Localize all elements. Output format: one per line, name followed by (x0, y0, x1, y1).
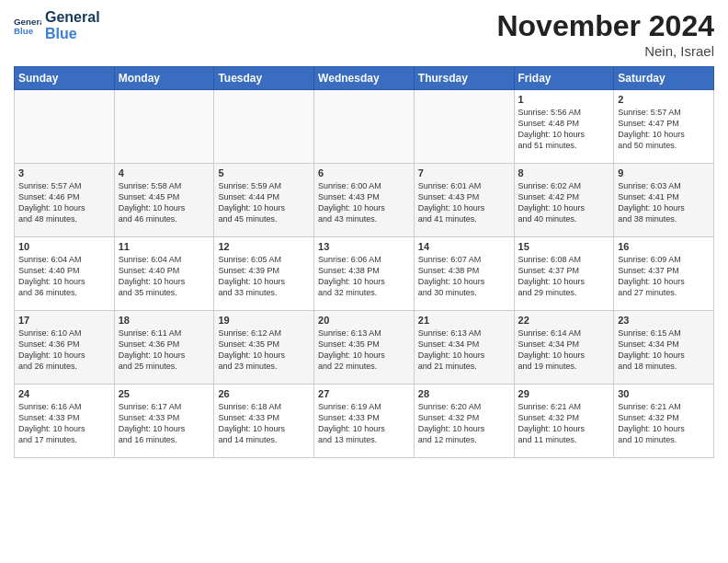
day-number: 16 (618, 241, 710, 252)
page-container: General Blue General Blue November 2024 … (0, 0, 728, 467)
day-info: Sunrise: 6:13 AM Sunset: 4:35 PM Dayligh… (318, 327, 410, 373)
calendar-cell: 18Sunrise: 6:11 AM Sunset: 4:36 PM Dayli… (114, 311, 214, 385)
location: Nein, Israel (496, 43, 714, 59)
calendar-cell: 5Sunrise: 5:59 AM Sunset: 4:44 PM Daylig… (214, 164, 314, 237)
logo-icon: General Blue (14, 12, 41, 40)
day-info: Sunrise: 5:57 AM Sunset: 4:46 PM Dayligh… (18, 180, 110, 225)
day-info: Sunrise: 6:03 AM Sunset: 4:41 PM Dayligh… (618, 180, 710, 225)
title-section: November 2024 Nein, Israel (496, 9, 714, 59)
calendar-cell: 22Sunrise: 6:14 AM Sunset: 4:34 PM Dayli… (514, 311, 614, 385)
calendar-cell: 3Sunrise: 5:57 AM Sunset: 4:46 PM Daylig… (15, 164, 115, 237)
day-info: Sunrise: 6:04 AM Sunset: 4:40 PM Dayligh… (119, 254, 210, 299)
day-number: 20 (318, 315, 410, 326)
day-number: 8 (518, 167, 610, 178)
calendar-cell: 7Sunrise: 6:01 AM Sunset: 4:43 PM Daylig… (414, 164, 514, 237)
day-number: 10 (18, 241, 110, 252)
col-thursday: Thursday (414, 67, 514, 90)
calendar-header: Sunday Monday Tuesday Wednesday Thursday… (15, 67, 714, 90)
calendar-cell: 9Sunrise: 6:03 AM Sunset: 4:41 PM Daylig… (614, 164, 714, 237)
calendar-week-row: 3Sunrise: 5:57 AM Sunset: 4:46 PM Daylig… (15, 164, 714, 237)
day-info: Sunrise: 6:02 AM Sunset: 4:42 PM Dayligh… (518, 180, 610, 225)
calendar-cell: 16Sunrise: 6:09 AM Sunset: 4:37 PM Dayli… (614, 237, 714, 311)
calendar-cell: 6Sunrise: 6:00 AM Sunset: 4:43 PM Daylig… (314, 164, 415, 237)
col-monday: Monday (114, 67, 214, 90)
day-info: Sunrise: 6:06 AM Sunset: 4:38 PM Dayligh… (318, 254, 410, 299)
day-info: Sunrise: 5:58 AM Sunset: 4:45 PM Dayligh… (119, 180, 210, 225)
calendar-cell: 24Sunrise: 6:16 AM Sunset: 4:33 PM Dayli… (15, 385, 115, 458)
logo-text-line1: General (45, 9, 100, 26)
calendar-cell: 14Sunrise: 6:07 AM Sunset: 4:38 PM Dayli… (414, 237, 514, 311)
calendar-cell: 10Sunrise: 6:04 AM Sunset: 4:40 PM Dayli… (15, 237, 115, 311)
svg-text:Blue: Blue (14, 26, 34, 36)
day-number: 13 (318, 241, 410, 252)
page-header: General Blue General Blue November 2024 … (14, 9, 714, 59)
calendar-table: Sunday Monday Tuesday Wednesday Thursday… (14, 66, 714, 458)
day-info: Sunrise: 6:15 AM Sunset: 4:34 PM Dayligh… (618, 327, 710, 373)
calendar-week-row: 10Sunrise: 6:04 AM Sunset: 4:40 PM Dayli… (15, 237, 714, 311)
day-info: Sunrise: 6:07 AM Sunset: 4:38 PM Dayligh… (418, 254, 510, 299)
calendar-cell: 27Sunrise: 6:19 AM Sunset: 4:33 PM Dayli… (314, 385, 415, 458)
day-number: 24 (18, 388, 110, 399)
day-number: 9 (618, 167, 710, 178)
calendar-cell: 12Sunrise: 6:05 AM Sunset: 4:39 PM Dayli… (214, 237, 314, 311)
calendar-cell: 1Sunrise: 5:56 AM Sunset: 4:48 PM Daylig… (514, 90, 614, 164)
month-title: November 2024 (496, 9, 714, 43)
calendar-cell: 11Sunrise: 6:04 AM Sunset: 4:40 PM Dayli… (114, 237, 214, 311)
day-info: Sunrise: 6:20 AM Sunset: 4:32 PM Dayligh… (418, 401, 510, 446)
day-info: Sunrise: 6:11 AM Sunset: 4:36 PM Dayligh… (119, 327, 210, 373)
calendar-cell (414, 90, 514, 164)
day-info: Sunrise: 6:10 AM Sunset: 4:36 PM Dayligh… (18, 327, 110, 373)
day-number: 4 (119, 167, 210, 178)
day-info: Sunrise: 6:18 AM Sunset: 4:33 PM Dayligh… (218, 401, 310, 446)
day-info: Sunrise: 6:04 AM Sunset: 4:40 PM Dayligh… (18, 254, 110, 299)
day-number: 7 (418, 167, 510, 178)
calendar-cell: 8Sunrise: 6:02 AM Sunset: 4:42 PM Daylig… (514, 164, 614, 237)
calendar-cell: 17Sunrise: 6:10 AM Sunset: 4:36 PM Dayli… (15, 311, 115, 385)
day-number: 12 (218, 241, 310, 252)
day-info: Sunrise: 6:21 AM Sunset: 4:32 PM Dayligh… (518, 401, 610, 446)
calendar-cell: 30Sunrise: 6:21 AM Sunset: 4:32 PM Dayli… (614, 385, 714, 458)
day-number: 21 (418, 315, 510, 326)
day-number: 30 (618, 388, 710, 399)
calendar-cell: 26Sunrise: 6:18 AM Sunset: 4:33 PM Dayli… (214, 385, 314, 458)
day-info: Sunrise: 6:19 AM Sunset: 4:33 PM Dayligh… (318, 401, 410, 446)
col-friday: Friday (514, 67, 614, 90)
calendar-body: 1Sunrise: 5:56 AM Sunset: 4:48 PM Daylig… (15, 90, 714, 458)
logo: General Blue General Blue (14, 9, 100, 41)
day-number: 26 (218, 388, 310, 399)
col-saturday: Saturday (614, 67, 714, 90)
calendar-cell: 2Sunrise: 5:57 AM Sunset: 4:47 PM Daylig… (614, 90, 714, 164)
day-info: Sunrise: 6:09 AM Sunset: 4:37 PM Dayligh… (618, 254, 710, 299)
day-number: 15 (518, 241, 610, 252)
day-info: Sunrise: 6:05 AM Sunset: 4:39 PM Dayligh… (218, 254, 310, 299)
day-number: 25 (119, 388, 210, 399)
day-number: 5 (218, 167, 310, 178)
col-wednesday: Wednesday (314, 67, 415, 90)
calendar-cell: 28Sunrise: 6:20 AM Sunset: 4:32 PM Dayli… (414, 385, 514, 458)
day-number: 18 (119, 315, 210, 326)
day-number: 28 (418, 388, 510, 399)
day-info: Sunrise: 5:56 AM Sunset: 4:48 PM Dayligh… (518, 107, 610, 152)
day-info: Sunrise: 6:13 AM Sunset: 4:34 PM Dayligh… (418, 327, 510, 373)
day-number: 11 (119, 241, 210, 252)
day-number: 29 (518, 388, 610, 399)
calendar-cell: 13Sunrise: 6:06 AM Sunset: 4:38 PM Dayli… (314, 237, 415, 311)
day-number: 14 (418, 241, 510, 252)
day-number: 1 (518, 94, 610, 105)
day-number: 23 (618, 315, 710, 326)
calendar-cell: 21Sunrise: 6:13 AM Sunset: 4:34 PM Dayli… (414, 311, 514, 385)
day-number: 17 (18, 315, 110, 326)
calendar-cell (15, 90, 115, 164)
day-info: Sunrise: 6:12 AM Sunset: 4:35 PM Dayligh… (218, 327, 310, 373)
calendar-cell: 19Sunrise: 6:12 AM Sunset: 4:35 PM Dayli… (214, 311, 314, 385)
day-number: 27 (318, 388, 410, 399)
col-tuesday: Tuesday (214, 67, 314, 90)
day-info: Sunrise: 6:14 AM Sunset: 4:34 PM Dayligh… (518, 327, 610, 373)
day-number: 22 (518, 315, 610, 326)
day-number: 6 (318, 167, 410, 178)
day-info: Sunrise: 6:00 AM Sunset: 4:43 PM Dayligh… (318, 180, 410, 225)
calendar-cell: 25Sunrise: 6:17 AM Sunset: 4:33 PM Dayli… (114, 385, 214, 458)
calendar-cell (114, 90, 214, 164)
calendar-cell: 29Sunrise: 6:21 AM Sunset: 4:32 PM Dayli… (514, 385, 614, 458)
calendar-week-row: 17Sunrise: 6:10 AM Sunset: 4:36 PM Dayli… (15, 311, 714, 385)
